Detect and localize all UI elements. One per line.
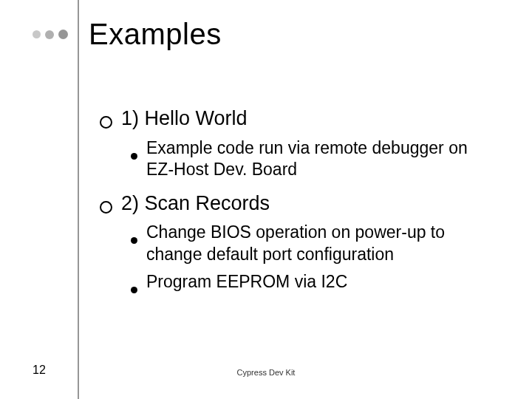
dot-bullet-icon [131, 153, 137, 160]
list-item-label: 1) Hello World [121, 106, 248, 132]
list-item: Program EEPROM via I2C [131, 271, 499, 293]
header-decoration [33, 30, 72, 39]
open-circle-bullet-icon [100, 116, 112, 129]
list-item: 2) Scan Records Change BIOS operation on… [100, 191, 499, 293]
open-circle-bullet-icon [100, 201, 112, 214]
dot-bullet-icon [131, 237, 137, 244]
list-item-label: Change BIOS operation on power-up to cha… [146, 222, 499, 265]
list-item-label: Example code run via remote debugger on … [146, 137, 499, 181]
vertical-rule [78, 0, 79, 399]
list-item: 1) Hello World Example code run via remo… [100, 106, 499, 181]
dot-bullet-icon [131, 287, 137, 293]
footer-text: Cypress Dev Kit [0, 368, 532, 377]
deco-dot-icon [45, 30, 54, 39]
deco-dot-icon [33, 30, 41, 38]
slide-title: Examples [89, 18, 222, 51]
list-item: Example code run via remote debugger on … [131, 137, 499, 181]
list-item: Change BIOS operation on power-up to cha… [131, 222, 499, 265]
deco-dot-icon [58, 30, 68, 39]
slide: Examples 1) Hello World Example code run… [0, 0, 532, 399]
slide-body: 1) Hello World Example code run via remo… [100, 96, 499, 299]
list-item-label: 2) Scan Records [121, 191, 270, 216]
list-item-label: Program EEPROM via I2C [146, 271, 347, 293]
